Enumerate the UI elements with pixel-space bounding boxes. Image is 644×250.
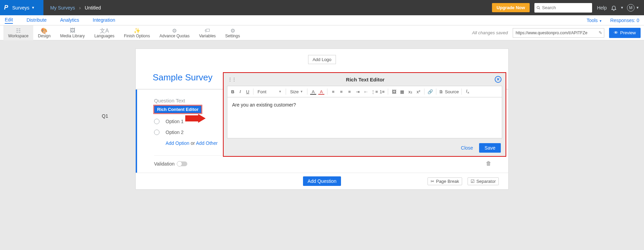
subscript-button[interactable]: x₂ — [407, 89, 413, 94]
tool-finish[interactable]: ✨ Finish Options — [119, 25, 155, 40]
product-switcher[interactable]: P Surveys ▼ — [0, 0, 43, 15]
quota-icon: ⚙ — [172, 27, 177, 34]
checkbox-icon: ☑ — [471, 179, 475, 184]
add-question-footer: Add Question ✂Page Break ☑Separator — [136, 173, 508, 189]
chevron-right-icon: › — [79, 5, 81, 11]
question-number: Q1 — [102, 113, 108, 119]
superscript-button[interactable]: x² — [415, 89, 421, 94]
rte-close-icon[interactable]: ✕ — [495, 76, 501, 83]
source-icon: 🗎 — [439, 89, 443, 94]
survey-url-wrap: ✎ — [513, 28, 604, 38]
nav-analytics[interactable]: Analytics — [60, 17, 79, 23]
logo-icon: P — [4, 4, 8, 11]
rte-content-area[interactable]: Are you an existing customer? — [227, 97, 502, 138]
pencil-icon[interactable]: ✎ — [599, 30, 602, 35]
caret-down-icon[interactable]: ▼ — [620, 6, 624, 9]
rte-header: ⋮⋮ Rich Text Editor ✕ — [224, 73, 506, 86]
align-center-button[interactable]: ≡ — [338, 89, 344, 94]
add-logo-button[interactable]: Add Logo — [308, 55, 336, 64]
radio-icon — [154, 130, 159, 135]
responses-link[interactable]: Responses: 0 — [610, 18, 639, 23]
tool-languages[interactable]: 文A Languages — [90, 25, 119, 40]
workspace-icon: ☷ — [16, 27, 21, 34]
survey-card: Add Logo Sample Survey Q1 Question Text … — [135, 49, 509, 190]
image-icon: 🖼 — [70, 27, 75, 34]
nav-integration[interactable]: Integration — [93, 17, 115, 23]
link-button[interactable]: 🔗 — [427, 89, 433, 94]
question-card: Question Text Rich Content Editor Option… — [136, 90, 508, 173]
bgcolor-button[interactable]: A — [310, 89, 316, 94]
outdent-button[interactable]: ⇤ — [363, 89, 369, 94]
validation-label: Validation — [154, 161, 174, 167]
rich-content-editor-button[interactable]: Rich Content Editor — [154, 105, 202, 113]
bullet-list-button[interactable]: ⋮≡ — [371, 89, 377, 94]
tool-settings[interactable]: ⚙ Settings — [221, 25, 245, 40]
or-text: or — [191, 140, 196, 146]
validation-toggle[interactable] — [177, 161, 187, 166]
source-button[interactable]: 🗎Source — [439, 89, 459, 94]
annotation-arrow-icon — [185, 114, 206, 123]
tool-design[interactable]: 🎨 Design — [33, 25, 55, 40]
align-left-button[interactable]: ≡ — [330, 89, 336, 94]
underline-button[interactable]: U — [245, 89, 250, 95]
add-option-link[interactable]: Add Option — [166, 140, 189, 146]
question-wrap: Q1 Question Text Rich Content Editor Opt… — [136, 89, 508, 173]
rte-actions: Close Save — [224, 138, 506, 156]
top-bar: P Surveys ▼ My Surveys › Untitled Upgrad… — [0, 0, 644, 15]
bold-button[interactable]: B — [230, 89, 235, 95]
breadcrumb: My Surveys › Untitled — [50, 5, 101, 11]
nav-distribute[interactable]: Distribute — [26, 17, 46, 23]
section-nav: Edit Distribute Analytics Integration To… — [0, 15, 644, 25]
clear-format-button[interactable]: I× — [465, 89, 471, 95]
font-select[interactable]: Font▼ — [256, 89, 283, 95]
bell-icon[interactable] — [611, 5, 617, 11]
number-list-button[interactable]: 1≡ — [379, 89, 385, 94]
svg-marker-0 — [185, 114, 206, 123]
size-select[interactable]: Size▼ — [289, 89, 304, 95]
breadcrumb-root[interactable]: My Surveys — [50, 5, 75, 11]
page-break-button[interactable]: ✂Page Break — [428, 177, 462, 185]
nav-edit[interactable]: Edit — [5, 17, 13, 24]
option-label: Option 2 — [166, 130, 184, 135]
survey-url-input[interactable] — [513, 28, 604, 38]
drag-handle-icon[interactable]: ⋮⋮ — [228, 77, 236, 82]
tool-quotas[interactable]: ⚙ Advance Quotas — [155, 25, 194, 40]
help-link[interactable]: Help — [597, 5, 607, 11]
caret-down-icon: ▼ — [599, 19, 602, 23]
rte-toolbar: B I U Font▼ Size▼ A A ≡ ≡ — [227, 86, 502, 97]
add-question-button[interactable]: Add Question — [303, 176, 341, 186]
save-status: All changes saved — [472, 30, 508, 35]
upgrade-button[interactable]: Upgrade Now — [492, 3, 530, 12]
caret-down-icon[interactable]: ▼ — [636, 6, 639, 9]
language-icon: 文A — [100, 27, 109, 34]
tool-workspace[interactable]: ☷ Workspace — [3, 25, 33, 40]
tool-media[interactable]: 🖼 Media Library — [55, 25, 90, 40]
rte-title: Rich Text Editor — [236, 77, 495, 82]
edit-toolbar: ☷ Workspace 🎨 Design 🖼 Media Library 文A … — [0, 25, 644, 40]
indent-button[interactable]: ⇥ — [355, 89, 361, 94]
rte-body: B I U Font▼ Size▼ A A ≡ ≡ — [227, 86, 502, 138]
tools-menu[interactable]: Tools ▼ — [587, 18, 602, 23]
option-label: Option 1 — [166, 119, 184, 124]
image-button[interactable]: 🖼 — [391, 89, 397, 94]
canvas: Add Logo Sample Survey Q1 Question Text … — [0, 40, 644, 198]
add-other-link[interactable]: Add Other — [196, 140, 218, 146]
page-break-icon: ✂ — [431, 179, 434, 184]
validation-row: Validation 🗑 — [154, 155, 491, 167]
tag-icon: 🏷 — [205, 27, 210, 34]
wand-icon: ✨ — [134, 27, 140, 34]
preview-button[interactable]: 👁 Preview — [609, 28, 641, 38]
trash-icon[interactable]: 🗑 — [486, 160, 491, 167]
italic-button[interactable]: I — [238, 88, 243, 95]
separator-button[interactable]: ☑Separator — [468, 177, 499, 185]
search-input[interactable] — [534, 3, 592, 13]
textcolor-button[interactable]: A — [318, 89, 324, 94]
breadcrumb-current: Untitled — [85, 5, 101, 11]
tool-variables[interactable]: 🏷 Variables — [194, 25, 221, 40]
radio-icon — [154, 119, 159, 124]
rte-close-button[interactable]: Close — [461, 145, 473, 151]
rte-save-button[interactable]: Save — [479, 143, 501, 153]
align-right-button[interactable]: ≡ — [346, 89, 353, 94]
table-button[interactable]: ▦ — [399, 89, 405, 94]
avatar[interactable]: M — [627, 4, 634, 12]
